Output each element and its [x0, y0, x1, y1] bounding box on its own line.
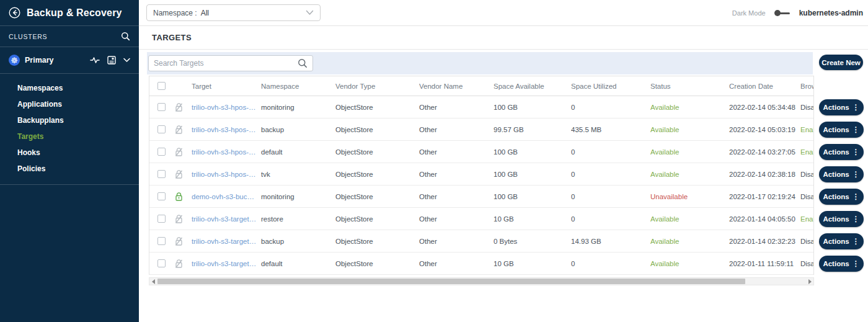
cell-browsing: Disabled [800, 238, 814, 245]
column-header-vendor-name: Vendor Name [419, 83, 494, 90]
cell-target[interactable]: trilio-ovh-s3-hpos-target [192, 104, 261, 111]
create-new-button[interactable]: Create New [819, 55, 863, 70]
cell-status: Available [650, 126, 729, 133]
sidebar-item-backupplans[interactable]: Backupplans [0, 112, 139, 128]
cell-target[interactable]: demo-ovh-s3-bucket-imm... [192, 193, 261, 200]
cell-space-utilized: 0 [571, 215, 650, 223]
actions-button-label: Actions [823, 260, 849, 267]
table-row: trilio-ovh-s3-target-demo1defaultObjectS… [149, 253, 814, 275]
actions-button[interactable]: Actions⋮ [819, 166, 864, 182]
lock-disabled-icon [174, 125, 192, 135]
app-title: Backup & Recovery [27, 7, 122, 19]
actions-button[interactable]: Actions⋮ [819, 144, 864, 160]
sidebar-item-applications[interactable]: Applications [0, 96, 139, 112]
actions-button-label: Actions [823, 193, 849, 200]
cell-space-available: 99.57 GB [494, 126, 571, 133]
row-checkbox[interactable] [157, 237, 166, 245]
row-checkbox[interactable] [157, 192, 166, 200]
cell-vendor-name: Other [419, 193, 494, 200]
sidebar-item-namespaces[interactable]: Namespaces [0, 80, 139, 96]
row-checkbox-cell [149, 103, 174, 111]
namespace-select-value: All [201, 9, 209, 17]
actions-button[interactable]: Actions⋮ [819, 122, 864, 138]
actions-button[interactable]: Actions⋮ [819, 233, 864, 249]
kebab-menu-icon: ⋮ [852, 104, 860, 111]
actions-button[interactable]: Actions⋮ [819, 211, 864, 227]
row-checkbox[interactable] [157, 170, 166, 178]
cell-status: Available [650, 238, 729, 245]
horizontal-scrollbar[interactable] [149, 277, 814, 285]
cell-target[interactable]: trilio-ovh-s3-target-demo1 [192, 238, 261, 245]
lock-disabled-icon [174, 236, 192, 246]
column-header-namespace: Namespace [261, 83, 335, 90]
kebab-menu-icon: ⋮ [852, 193, 860, 200]
actions-column: Actions⋮Actions⋮Actions⋮Actions⋮Actions⋮… [819, 96, 864, 275]
column-header-creation-date: Creation Date [729, 83, 800, 90]
cell-target[interactable]: trilio-ovh-s3-target-demo1 [192, 215, 261, 223]
cell-browsing: Disabled [800, 193, 814, 200]
cell-status: Available [650, 215, 729, 223]
cell-vendor-type: ObjectStore [335, 193, 419, 200]
cluster-license-icon[interactable] [107, 56, 116, 65]
cell-namespace: default [261, 148, 335, 156]
actions-button[interactable]: Actions⋮ [819, 99, 864, 115]
cell-creation-date: 2022-02-14 02:38:18 [729, 171, 800, 178]
kebab-menu-icon: ⋮ [852, 171, 860, 178]
table-row: trilio-ovh-s3-target-demo1restoreObjectS… [149, 208, 814, 230]
actions-button-label: Actions [823, 104, 849, 111]
cell-target[interactable]: trilio-ovh-s3-hpos-target [192, 126, 261, 133]
dark-mode-toggle[interactable] [774, 9, 790, 17]
cell-target[interactable]: trilio-ovh-s3-hpos-target [192, 148, 261, 156]
search-box [148, 55, 313, 71]
targets-table: TargetNamespaceVendor TypeVendor NameSpa… [149, 76, 814, 275]
page-title: TARGETS [152, 33, 192, 42]
cell-vendor-type: ObjectStore [335, 238, 419, 245]
row-checkbox[interactable] [157, 259, 166, 267]
cluster-chevron-down-icon[interactable] [123, 58, 130, 63]
actions-button[interactable]: Actions⋮ [819, 256, 864, 272]
cell-target[interactable]: trilio-ovh-s3-hpos-target [192, 171, 261, 178]
main-content: Namespace : All Dark Mode kubernetes-adm… [139, 0, 868, 322]
cell-browsing: Enabled [800, 215, 814, 223]
cluster-search-icon[interactable] [121, 32, 130, 41]
row-checkbox[interactable] [157, 125, 166, 133]
cluster-health-pulse-icon[interactable] [90, 56, 100, 65]
cell-vendor-type: ObjectStore [335, 215, 419, 223]
row-checkbox[interactable] [157, 148, 166, 156]
cell-space-available: 100 GB [494, 193, 571, 200]
action-slot: Actions⋮ [819, 208, 864, 230]
search-input[interactable] [149, 59, 298, 68]
row-checkbox[interactable] [157, 103, 166, 111]
lock-disabled-icon [174, 147, 192, 157]
cluster-row-icons [90, 56, 130, 65]
cell-target[interactable]: trilio-ovh-s3-target-demo1 [192, 260, 261, 267]
back-icon[interactable] [9, 7, 20, 19]
actions-button-label: Actions [823, 238, 849, 245]
sidebar-nav: NamespacesApplicationsBackupplansTargets… [0, 74, 139, 185]
topbar: Namespace : All Dark Mode kubernetes-adm… [139, 0, 868, 26]
scrollbar-thumb[interactable] [157, 279, 745, 284]
cell-vendor-type: ObjectStore [335, 148, 419, 156]
kebab-menu-icon: ⋮ [852, 126, 860, 133]
sidebar-item-policies[interactable]: Policies [0, 161, 139, 177]
sidebar-item-hooks[interactable]: Hooks [0, 145, 139, 161]
scroll-right-arrow-icon[interactable] [806, 278, 813, 285]
lock-disabled-icon [174, 169, 192, 179]
sidebar-header: Backup & Recovery [0, 0, 139, 26]
select-all-checkbox[interactable] [157, 82, 166, 90]
row-checkbox-cell [149, 259, 174, 267]
cell-vendor-name: Other [419, 238, 494, 245]
cluster-row-primary[interactable]: ☸ Primary [0, 47, 139, 74]
actions-button[interactable]: Actions⋮ [819, 189, 864, 205]
cell-status: Available [650, 148, 729, 156]
cell-namespace: tvk [261, 171, 335, 178]
cell-creation-date: 2022-02-14 05:34:48 [729, 104, 800, 111]
toolbar-band [147, 52, 813, 74]
action-slot: Actions⋮ [819, 186, 864, 208]
row-checkbox[interactable] [157, 215, 166, 223]
action-slot: Actions⋮ [819, 230, 864, 253]
search-icon[interactable] [298, 58, 308, 68]
namespace-select[interactable]: Namespace : All [146, 4, 321, 21]
sidebar-item-targets[interactable]: Targets [0, 128, 139, 145]
scroll-left-arrow-icon[interactable] [149, 278, 157, 285]
